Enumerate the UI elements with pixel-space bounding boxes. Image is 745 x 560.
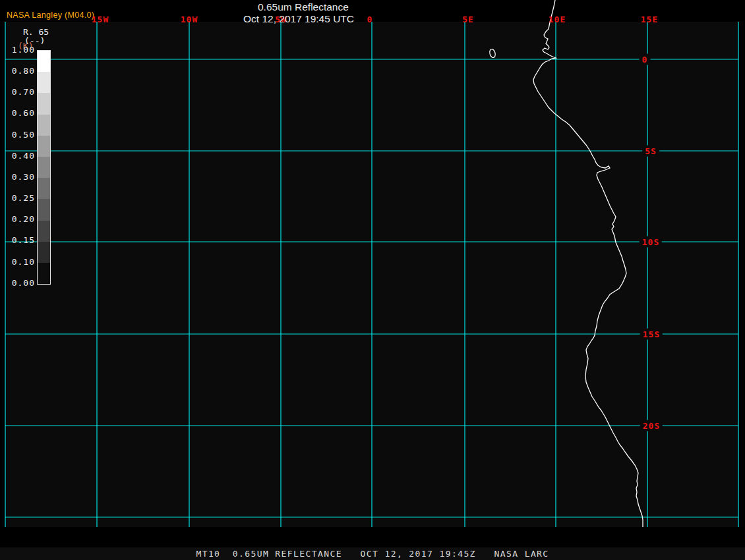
colorbar-segment: [38, 93, 50, 114]
latlon-gridlines: [5, 22, 738, 527]
page-title: 0.65um Reflectance: [258, 1, 349, 13]
latitude-label: 0: [640, 54, 651, 65]
colorbar-tick: 0.60: [0, 108, 35, 119]
colorbar-tick: 0.20: [0, 214, 35, 225]
timestamp-title: Oct 12, 2017 19:45 UTC: [243, 13, 354, 25]
longitude-label: 15W: [92, 14, 109, 24]
colorbar-segment: [38, 263, 50, 284]
colorbar-segment: [38, 72, 50, 93]
longitude-label: 15E: [641, 14, 658, 24]
colorbar-tick: 0.80: [0, 66, 35, 76]
colorbar-gradient: [37, 50, 51, 285]
coastline: [489, 0, 643, 527]
longitude-label: 10W: [181, 14, 198, 24]
longitude-label: 10E: [549, 14, 566, 24]
colorbar-tick: 1.00: [0, 45, 35, 55]
latitude-label: 15S: [640, 329, 663, 340]
longitude-label: 5E: [462, 14, 474, 24]
colorbar-segment: [38, 178, 50, 199]
satellite-image-viewer: NASA Langley (M04.0) 0.65um Reflectance …: [0, 0, 745, 560]
colorbar-tick: 0.40: [0, 151, 35, 161]
colorbar-segment: [38, 221, 50, 242]
latitude-label: 10S: [640, 237, 662, 248]
colorbar-segment: [38, 242, 50, 263]
colorbar-tick: 0.00: [0, 278, 35, 289]
map-canvas: [0, 0, 745, 560]
longitude-label: 0: [367, 14, 373, 24]
colorbar-segment: [38, 136, 50, 157]
colorbar-tick: 0.25: [0, 193, 35, 204]
colorbar-segment: [38, 115, 50, 136]
colorbar-segment: [38, 199, 50, 220]
status-bar-text: MT10 0.65UM REFLECTANCE OCT 12, 2017 19:…: [0, 547, 745, 560]
colorbar-segment: [38, 51, 50, 72]
colorbar-tick: 0.70: [0, 87, 35, 98]
status-bar: MT10 0.65UM REFLECTANCE OCT 12, 2017 19:…: [0, 547, 745, 560]
colorbar-tick: 0.50: [0, 130, 35, 140]
latitude-label: 5S: [642, 146, 659, 157]
nasa-langley-logo: NASA Langley (M04.0): [7, 11, 94, 20]
colorbar-segment: [38, 157, 50, 178]
latitude-label: 20S: [640, 420, 663, 432]
colorbar-tick: 0.30: [0, 172, 35, 182]
colorbar-tick: 0.15: [0, 235, 35, 246]
colorbar-units: (--): [24, 36, 45, 45]
island-outline: [489, 49, 496, 59]
coastline-path: [533, 0, 643, 527]
colorbar-tick: 0.10: [0, 257, 35, 267]
